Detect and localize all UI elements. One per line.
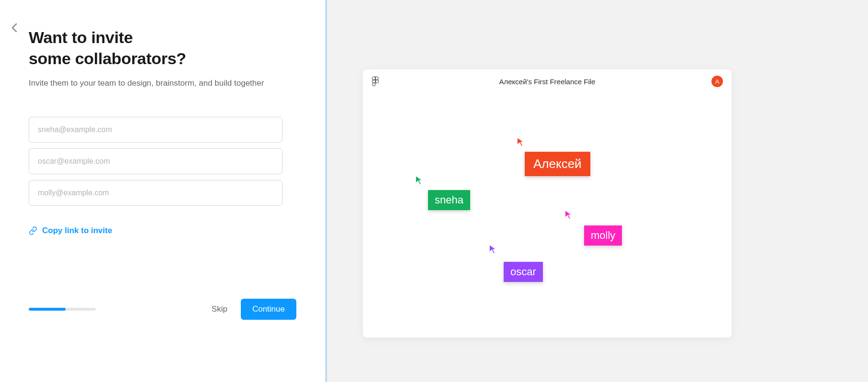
email-field-1[interactable] [29,117,282,143]
cursor-sneha: sneha [415,175,425,187]
cursor-molly-label: molly [584,225,622,246]
canvas-header: Алексей's First Freelance File A [363,69,732,93]
cursor-icon [516,136,527,147]
copy-link-label: Copy link to invite [42,226,112,236]
canvas-body: Алексей sneha molly [363,93,732,337]
cursor-sneha-label: sneha [428,190,470,210]
cursor-oscar: oscar [488,244,499,256]
preview-canvas: Алексей's First Freelance File A Алексей [363,69,732,337]
email-field-2[interactable] [29,148,282,174]
user-avatar: A [711,76,723,87]
invite-panel: Want to invite some collaborators? Invit… [0,0,326,382]
heading-line-1: Want to invite [29,28,133,46]
cursor-owner: Алексей [516,136,527,149]
cursor-molly: molly [564,209,575,222]
page-heading: Want to invite some collaborators? [29,27,296,69]
file-title: Алексей's First Freelance File [363,78,732,86]
progress-fill [29,308,66,311]
link-icon [29,226,37,235]
preview-panel: Алексей's First Freelance File A Алексей [326,0,868,382]
cursor-icon [415,175,425,185]
cursor-icon [488,244,499,254]
email-field-3[interactable] [29,180,282,206]
page-subheading: Invite them to your team to design, brai… [29,79,296,88]
figma-logo-icon [372,76,379,87]
cursor-oscar-label: oscar [504,262,543,282]
cursor-owner-label: Алексей [525,152,590,176]
panel-footer: Skip Continue [29,299,296,320]
back-button[interactable] [9,22,20,34]
heading-line-2: some collaborators? [29,49,186,67]
chevron-left-icon [11,23,17,33]
continue-button[interactable]: Continue [241,299,296,320]
cursor-icon [564,209,575,220]
svg-point-0 [375,80,379,83]
copy-link-button[interactable]: Copy link to invite [29,226,112,236]
skip-button[interactable]: Skip [212,304,227,314]
progress-bar [29,308,96,311]
